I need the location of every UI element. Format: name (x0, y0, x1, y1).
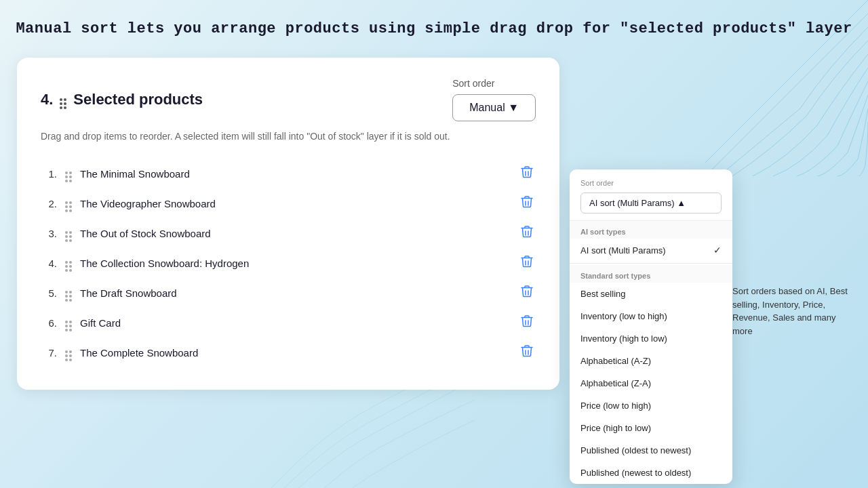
sort-order-section: Sort order Manual ▼ (452, 78, 536, 121)
item-number: 5. (41, 287, 57, 299)
dropdown-item[interactable]: Price (low to high) (570, 394, 732, 417)
dropdown-item-label: Best selling (580, 289, 625, 299)
item-drag-handle[interactable] (65, 314, 72, 331)
dropdown-item[interactable]: Best selling (570, 283, 732, 305)
dropdown-item-label: Inventory (high to low) (580, 333, 667, 344)
dropdown-item-label: Published (newest to oldest) (580, 468, 691, 478)
dropdown-item[interactable]: Alphabetical (Z-A) (570, 372, 732, 394)
dropdown-item[interactable]: Alphabetical (A-Z) (570, 350, 732, 372)
card-title: Selected products (73, 91, 203, 108)
ai-sort-label: AI sort (Multi Params) (580, 245, 666, 256)
sort-order-button[interactable]: Manual ▼ (452, 94, 536, 121)
product-item: 3. The Out of Stock Snowboard (41, 220, 536, 247)
standard-items-list: Best sellingInventory (low to high)Inven… (570, 283, 732, 484)
item-drag-handle[interactable] (65, 165, 72, 182)
product-list: 1. The Minimal Snowboard 2. The Videogra… (41, 160, 536, 366)
item-name: The Collection Snowboard: Hydrogen (80, 258, 510, 269)
dropdown-item-label: Alphabetical (A-Z) (580, 356, 651, 366)
drag-handle-icon (60, 91, 66, 109)
item-number: 1. (41, 168, 57, 180)
item-number: 3. (41, 228, 57, 239)
dropdown-item-label: Alphabetical (Z-A) (580, 378, 651, 388)
product-item: 2. The Videographer Snowboard (41, 190, 536, 217)
item-number: 6. (41, 317, 57, 329)
item-number: 4. (41, 258, 57, 269)
item-delete-button[interactable] (518, 194, 536, 213)
item-delete-button[interactable] (518, 164, 536, 183)
check-icon: ✓ (713, 245, 722, 256)
dropdown-header: Sort order AI sort (Multi Params) ▲ (570, 169, 732, 221)
dropdown-item[interactable]: Inventory (low to high) (570, 305, 732, 327)
item-drag-handle[interactable] (65, 254, 72, 272)
item-number: 7. (41, 347, 57, 359)
dropdown-item[interactable]: Published (oldest to newest) (570, 439, 732, 462)
dropdown-item-ai-sort[interactable]: AI sort (Multi Params) ✓ (570, 239, 732, 262)
dropdown-item-label: Inventory (low to high) (580, 311, 667, 321)
dropdown-current-value[interactable]: AI sort (Multi Params) ▲ (580, 192, 722, 214)
dropdown-item[interactable]: Published (newest to oldest) (570, 462, 732, 484)
item-name: The Draft Snowboard (80, 287, 510, 299)
item-drag-handle[interactable] (65, 284, 72, 302)
item-number: 2. (41, 198, 57, 209)
product-item: 5. The Draft Snowboard (41, 279, 536, 306)
dropdown-item-label: Price (high to low) (580, 423, 651, 433)
item-delete-button[interactable] (518, 224, 536, 243)
dropdown-item[interactable]: Price (high to low) (570, 417, 732, 439)
item-delete-button[interactable] (518, 253, 536, 272)
dropdown-item-label: Published (oldest to newest) (580, 445, 691, 455)
product-item: 6. Gift Card (41, 309, 536, 336)
card-header-left: 4. Selected products (41, 91, 203, 109)
item-name: Gift Card (80, 317, 510, 329)
card-header: 4. Selected products Sort order Manual ▼ (41, 78, 536, 121)
item-delete-button[interactable] (518, 283, 536, 302)
main-card: 4. Selected products Sort order Manual ▼… (17, 58, 559, 390)
item-drag-handle[interactable] (65, 224, 72, 242)
item-name: The Complete Snowboard (80, 347, 510, 359)
product-item: 1. The Minimal Snowboard (41, 160, 536, 187)
sort-order-dropdown: Sort order AI sort (Multi Params) ▲ AI s… (570, 169, 732, 484)
standard-section-label: Standard sort types (570, 265, 732, 283)
item-delete-button[interactable] (518, 313, 536, 332)
dropdown-header-label: Sort order (580, 179, 722, 187)
item-name: The Videographer Snowboard (80, 198, 510, 209)
card-description: Drag and drop items to reorder. A select… (41, 129, 536, 144)
item-delete-button[interactable] (518, 343, 536, 362)
page-title: Manual sort lets you arrange products us… (0, 20, 868, 37)
dropdown-item[interactable]: Inventory (high to low) (570, 327, 732, 350)
product-item: 7. The Complete Snowboard (41, 339, 536, 366)
dropdown-item-label: Price (low to high) (580, 401, 651, 411)
item-drag-handle[interactable] (65, 195, 72, 212)
sort-order-label: Sort order (452, 78, 494, 89)
dropdown-divider (570, 263, 732, 264)
ai-section-label: AI sort types (570, 221, 732, 239)
item-drag-handle[interactable] (65, 344, 72, 361)
item-name: The Minimal Snowboard (80, 168, 510, 180)
step-number: 4. (41, 91, 53, 108)
side-note: Sort orders based on AI, Best selling, I… (732, 285, 854, 338)
item-name: The Out of Stock Snowboard (80, 228, 510, 239)
product-item: 4. The Collection Snowboard: Hydrogen (41, 249, 536, 277)
